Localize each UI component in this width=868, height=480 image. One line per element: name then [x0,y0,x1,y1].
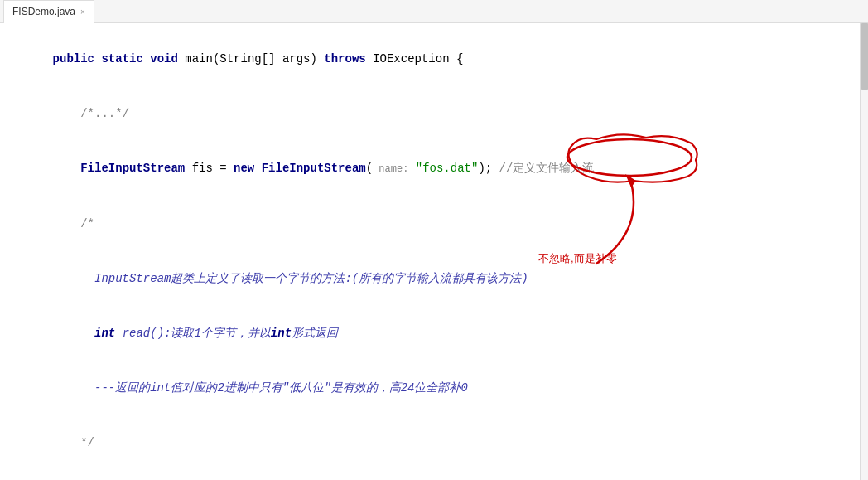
tab-filename: FISDemo.java [12,6,75,17]
file-tab[interactable]: FISDemo.java × [3,0,94,23]
tab-close-icon[interactable]: × [80,7,85,17]
code-line: int read():读取1个字节，并以int形式返回 [25,306,868,361]
code-line: /*...*/ [25,86,868,141]
tab-bar: FISDemo.java × [0,0,868,23]
code-line: /* [25,196,868,251]
code-area: public static void main(String[] args) t… [0,23,868,480]
scrollbar-thumb[interactable] [861,23,868,90]
scrollbar[interactable] [860,23,868,480]
code-line: int d = fis.read(); //读取第1个字节 [25,470,868,480]
code-line: InputStream超类上定义了读取一个字节的方法:(所有的字节输入流都具有该… [25,251,868,306]
code-line: ---返回的int值对应的2进制中只有"低八位"是有效的，高24位全部补0 [25,361,868,415]
code-line: FileInputStream fis = new FileInputStrea… [25,141,868,196]
code-line: public static void main(String[] args) t… [25,32,868,86]
code-line: */ [25,415,868,470]
